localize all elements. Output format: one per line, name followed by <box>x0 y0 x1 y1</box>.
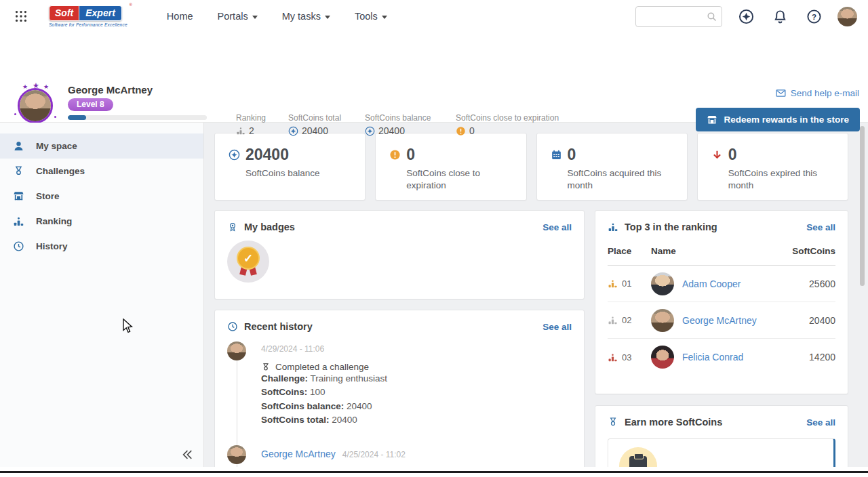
clock-icon <box>13 241 24 252</box>
page-scrollbar-thumb[interactable] <box>860 126 865 286</box>
podium-icon <box>13 215 24 227</box>
sidebar-item-ranking[interactable]: Ranking <box>0 209 203 234</box>
sidebar-item-history[interactable]: History <box>0 234 203 259</box>
rank-avatar <box>651 272 674 295</box>
stat-card-balance: 20400 SoftCoins balance <box>214 133 366 201</box>
stat-card-value: 0 <box>568 146 576 164</box>
app-grid-icon[interactable] <box>11 6 31 26</box>
menu-tools[interactable]: Tools <box>355 11 387 22</box>
coin-icon <box>229 149 240 161</box>
decor-dot <box>54 116 56 118</box>
softcoins-icon[interactable] <box>736 6 756 26</box>
rank-avatar <box>651 309 674 332</box>
medal-icon <box>13 165 24 177</box>
send-help-email-link[interactable]: Send help e-mail <box>775 87 859 99</box>
arrow-down-icon <box>711 149 723 161</box>
rank-softcoins-value: 25600 <box>809 278 835 289</box>
profile-header: ★ ★ ★ George McArtney Level 8 800/6000 S… <box>0 33 868 123</box>
menu-my-tasks[interactable]: My tasks <box>282 11 330 22</box>
ranking-see-all-link[interactable]: See all <box>806 222 835 232</box>
menu-portals[interactable]: Portals <box>218 11 258 22</box>
badges-see-all-link[interactable]: See all <box>542 222 572 232</box>
podium-icon <box>608 222 618 232</box>
menu-portals-label: Portals <box>218 11 248 22</box>
rank-softcoins-value: 14200 <box>809 352 835 362</box>
logo-expert: Expert <box>79 5 122 21</box>
caret-down-icon <box>252 16 258 19</box>
caret-down-icon <box>382 16 387 19</box>
ranking-row: 01 Adam Cooper 25600 <box>608 266 835 302</box>
level-progress-bar <box>68 115 207 120</box>
sidebar-collapse-icon[interactable] <box>180 448 194 461</box>
store-icon <box>707 115 717 125</box>
sidebar: My space Challenges Store Ranking <box>0 123 204 471</box>
rank-softcoins-value: 20400 <box>809 315 835 326</box>
right-column: Top 3 in the ranking See all Place Name … <box>595 210 848 471</box>
history-field-label: SoftCoins balance: <box>261 401 344 411</box>
rank-user-link[interactable]: George McArtney <box>682 315 757 326</box>
history-field-label: Challenge: <box>261 373 308 383</box>
logo-registered-mark: ® <box>129 3 132 7</box>
my-badges-card: My badges See all ✓ <box>214 210 585 299</box>
medal-icon <box>261 362 271 372</box>
notifications-bell-icon[interactable] <box>770 6 790 26</box>
warning-coin-icon <box>389 149 401 161</box>
top-navbar: Soft Expert ® Software for Performance E… <box>0 0 868 33</box>
search-input[interactable] <box>642 12 706 22</box>
stat-label: Ranking <box>236 113 266 123</box>
history-user-link[interactable]: George McArtney <box>261 449 336 459</box>
left-column: My badges See all ✓ <box>214 210 585 471</box>
sidebar-label: Store <box>36 191 60 201</box>
search-icon[interactable] <box>706 11 717 22</box>
ranking-table-header: Place Name SoftCoins <box>608 246 835 266</box>
window-bottom-edge <box>0 471 868 473</box>
history-see-all-link[interactable]: See all <box>542 322 572 332</box>
history-field-label: SoftCoins: <box>261 387 307 397</box>
column-name: Name <box>651 246 792 256</box>
sidebar-item-my-space[interactable]: My space <box>0 133 203 159</box>
earn-challenge-item[interactable] <box>608 438 835 471</box>
level-star-icon: ★ <box>43 84 49 90</box>
rank-place-value: 03 <box>622 352 631 362</box>
medal-icon <box>608 417 618 428</box>
decor-dot <box>14 113 16 115</box>
podium-silver-icon <box>608 315 618 325</box>
gold-medal-badge-icon: ✓ <box>237 248 260 275</box>
clock-icon <box>227 321 238 332</box>
podium-icon <box>236 126 245 136</box>
header-stat-total: SoftCoins total 20400 <box>288 113 341 136</box>
coin-icon <box>288 126 298 136</box>
rank-user-link[interactable]: Adam Cooper <box>682 278 741 289</box>
sidebar-label: History <box>36 241 68 251</box>
stat-card-value: 0 <box>728 146 737 164</box>
rank-place-value: 02 <box>622 315 631 325</box>
menu-tools-label: Tools <box>355 11 378 22</box>
main-menu: Home Portals My tasks Tools <box>142 11 387 22</box>
sidebar-label: Ranking <box>36 216 72 226</box>
badge-item[interactable]: ✓ <box>227 241 269 283</box>
stat-card-label: SoftCoins close to expiration <box>389 167 511 191</box>
profile-avatar[interactable] <box>20 90 51 121</box>
earn-see-all-link[interactable]: See all <box>806 417 835 428</box>
card-title-text: My badges <box>244 222 295 232</box>
warning-coin-icon <box>456 126 466 136</box>
sidebar-item-store[interactable]: Store <box>0 184 203 209</box>
rank-user-link[interactable]: Felicia Conrad <box>682 352 743 362</box>
sidebar-item-challenges[interactable]: Challenges <box>0 159 203 184</box>
help-icon[interactable]: ? <box>804 6 824 26</box>
softexpert-logo[interactable]: Soft Expert ® Software for Performance E… <box>49 5 127 27</box>
stat-card-value: 20400 <box>245 146 289 164</box>
menu-home[interactable]: Home <box>167 11 193 22</box>
main-content: 20400 SoftCoins balance 0 SoftCoins clos… <box>204 123 868 471</box>
stat-card-expiration: 0 SoftCoins close to expiration <box>375 133 526 201</box>
stat-card-expired: 0 SoftCoins expired this month <box>697 133 848 201</box>
app-window: Soft Expert ® Software for Performance E… <box>0 0 868 477</box>
history-entry: 4/29/2024 - 11:06 Completed a challenge … <box>227 340 572 427</box>
stat-card-label: SoftCoins balance <box>229 167 351 180</box>
user-avatar[interactable] <box>837 7 857 26</box>
history-entry-avatar <box>227 341 246 360</box>
stat-card-value: 0 <box>406 146 415 164</box>
redeem-rewards-button[interactable]: Redeem rewards in the store <box>696 108 860 131</box>
header-stat-expiration: SoftCoins close to expiration 0 <box>456 113 559 136</box>
store-icon <box>13 190 24 202</box>
